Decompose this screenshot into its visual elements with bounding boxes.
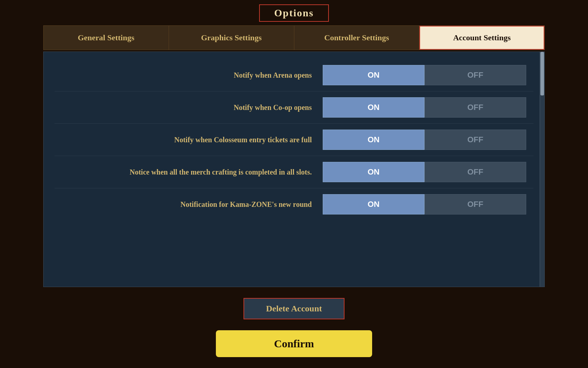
setting-row-notify-coop: Notify when Co-op opens ON OFF [55,91,533,124]
confirm-button[interactable]: Confirm [216,330,372,357]
page-wrapper: Options General Settings Graphics Settin… [43,0,545,368]
tab-graphics[interactable]: Graphics Settings [169,26,294,50]
setting-label-notify-kamazone: Notification for Kama-ZONE's new round [62,199,323,209]
toggle-group-notice-merch: ON OFF [323,162,526,182]
scrollbar-thumb[interactable] [540,52,544,95]
setting-label-notify-coop: Notify when Co-op opens [62,102,323,113]
tab-general[interactable]: General Settings [44,26,169,50]
bottom-section: Delete Account Confirm [43,287,545,368]
toggle-off-notify-colosseum[interactable]: OFF [424,130,526,150]
setting-row-notify-arena: Notify when Arena opens ON OFF [55,59,533,91]
toggle-group-notify-arena: ON OFF [323,65,526,85]
toggle-group-notify-kamazone: ON OFF [323,194,526,214]
toggle-on-notice-merch[interactable]: ON [323,162,424,182]
options-title: Options [274,7,314,19]
delete-account-button[interactable]: Delete Account [243,298,345,319]
tabs-row: General Settings Graphics Settings Contr… [43,25,545,50]
options-title-wrap: Options [259,4,329,22]
setting-label-notify-colosseum: Notify when Colosseum entry tickets are … [62,135,323,145]
toggle-off-notify-coop[interactable]: OFF [424,97,526,118]
main-content: Notify when Arena opens ON OFF Notify wh… [43,52,545,287]
setting-label-notify-arena: Notify when Arena opens [62,70,323,80]
tab-controller[interactable]: Controller Settings [294,26,420,50]
setting-row-notify-colosseum: Notify when Colosseum entry tickets are … [55,124,533,156]
toggle-off-notify-kamazone[interactable]: OFF [424,194,526,214]
setting-row-notify-kamazone: Notification for Kama-ZONE's new round O… [55,188,533,220]
tab-account[interactable]: Account Settings [419,26,544,50]
toggle-on-notify-kamazone[interactable]: ON [323,194,424,214]
setting-row-notice-merch: Notice when all the merch crafting is co… [55,156,533,188]
toggle-group-notify-coop: ON OFF [323,97,526,118]
setting-label-notice-merch: Notice when all the merch crafting is co… [62,167,323,177]
toggle-group-notify-colosseum: ON OFF [323,130,526,150]
toggle-on-notify-colosseum[interactable]: ON [323,130,424,150]
toggle-on-notify-arena[interactable]: ON [323,65,424,85]
toggle-off-notice-merch[interactable]: OFF [424,162,526,182]
toggle-off-notify-arena[interactable]: OFF [424,65,526,85]
toggle-on-notify-coop[interactable]: ON [323,97,424,118]
